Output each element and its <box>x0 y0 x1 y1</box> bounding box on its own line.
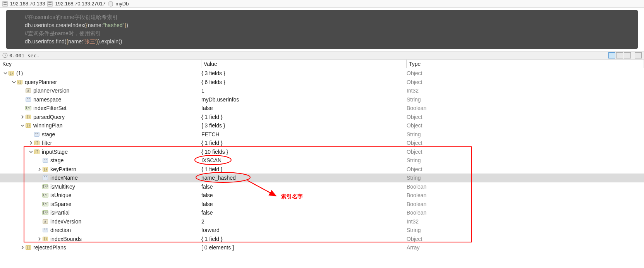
tree-row[interactable]: T/FisSparsefalseBoolean <box>0 200 644 209</box>
expander-placeholder <box>37 184 42 189</box>
expander-placeholder <box>37 228 42 232</box>
column-header-value[interactable]: Value <box>201 60 407 68</box>
tree-key-label: direction <box>50 227 71 233</box>
tree-row[interactable]: {}parsedQuery{ 1 field }Object <box>0 113 644 122</box>
tree-row[interactable]: T/FindexFilterSetfalseBoolean <box>0 104 644 113</box>
tree-row[interactable]: {}inputStage{ 10 fields }Object <box>0 148 644 156</box>
tree-key-label: parsedQuery <box>33 114 65 120</box>
tree-value: [ 0 elements ] <box>201 244 407 251</box>
view-mode-buttons <box>608 52 642 58</box>
tree-type: String <box>407 227 644 233</box>
chevron-right-icon[interactable] <box>20 245 25 250</box>
chevron-right-icon[interactable] <box>20 115 25 119</box>
bool-type-icon: T/F <box>43 193 48 198</box>
tree-row[interactable]: T/FisUniquefalseBoolean <box>0 191 644 200</box>
expander-placeholder <box>20 106 25 110</box>
bool-type-icon: T/F <box>26 106 31 110</box>
tree-row[interactable]: #indexVersion2Int32 <box>0 217 644 226</box>
tree-value: 1 <box>201 88 407 94</box>
tree-row[interactable]: ""stageIXSCANString <box>0 156 644 165</box>
tree-key-label: isUnique <box>50 192 71 198</box>
tree-key-label: stage <box>50 157 64 163</box>
tree-row[interactable]: ""namespacemyDb.userinfosString <box>0 95 644 104</box>
tree-row[interactable]: {}keyPattern{ 1 field }Object <box>0 165 644 174</box>
str-type-icon: "" <box>26 97 31 102</box>
tree-value: false <box>201 105 407 111</box>
tree-row[interactable]: T/FisPartialfalseBoolean <box>0 208 644 217</box>
expander-placeholder <box>20 88 25 93</box>
popout-button[interactable] <box>635 52 642 58</box>
tree-value: { 3 fields } <box>201 122 407 129</box>
tree-type: Object <box>407 79 644 85</box>
str-type-icon: "" <box>43 175 48 180</box>
tree-row[interactable]: ""stageFETCHString <box>0 130 644 139</box>
tree-row[interactable]: {}filter{ 1 field }Object <box>0 139 644 148</box>
tree-type: Int32 <box>407 88 644 94</box>
expander-placeholder <box>29 132 33 137</box>
tree-key-label: stage <box>42 131 55 137</box>
tree-row[interactable]: T/FisMultiKeyfalseBoolean <box>0 182 644 191</box>
tree-type: String <box>407 157 644 163</box>
tree-key-label: namespace <box>33 96 61 103</box>
str-type-icon: "" <box>43 158 48 163</box>
tree-key-label: queryPlanner <box>25 79 57 85</box>
database-icon <box>108 1 113 7</box>
bool-type-icon: T/F <box>43 202 48 206</box>
tree-value: IXSCAN <box>201 157 407 163</box>
column-header-type[interactable]: Type <box>407 60 644 68</box>
bool-type-icon: T/F <box>43 210 48 215</box>
query-editor[interactable]: //在userinfos的name字段创建哈希索引 db.userinfos.c… <box>6 10 638 49</box>
chevron-right-icon[interactable] <box>29 141 33 145</box>
tree-key-label: inputStage <box>42 149 68 155</box>
tree-value: { 6 fields } <box>201 79 407 85</box>
tree-key-label: rejectedPlans <box>33 244 66 251</box>
tree-key-label: indexFilterSet <box>33 105 67 111</box>
tree-key-label: isSparse <box>50 201 71 207</box>
tree-key-label: (1) <box>16 70 23 76</box>
breadcrumb-hostport[interactable]: 192.168.70.133:27017 <box>55 1 105 7</box>
svg-rect-2 <box>3 4 7 5</box>
tree-value: { 1 field } <box>201 114 407 120</box>
int-type-icon: # <box>26 88 31 93</box>
svg-rect-4 <box>48 2 52 3</box>
svg-rect-1 <box>3 2 7 3</box>
chevron-right-icon[interactable] <box>37 167 42 172</box>
chevron-down-icon[interactable] <box>20 123 25 128</box>
tree-key-label: keyPattern <box>50 166 76 172</box>
tree-key-label: indexVersion <box>50 218 81 225</box>
view-table-button[interactable] <box>616 52 623 58</box>
tree-type: Boolean <box>407 184 644 190</box>
breadcrumb-host[interactable]: 192.168.70.133 <box>10 1 45 7</box>
obj-type-icon: {} <box>26 115 31 119</box>
tree-row[interactable]: {}winningPlan{ 3 fields }Object <box>0 121 644 130</box>
tree-row[interactable]: {}(1){ 3 fields }Object <box>0 69 644 78</box>
tree-type: Array <box>407 244 644 251</box>
tree-type: Object <box>407 236 644 242</box>
breadcrumb-db[interactable]: myDb <box>116 1 129 7</box>
clock-icon <box>2 53 8 58</box>
tree-key-label: isPartial <box>50 210 70 216</box>
tree-row[interactable]: {}indexBounds{ 1 field }Object <box>0 235 644 244</box>
tree-row[interactable]: {}queryPlanner{ 6 fields }Object <box>0 78 644 87</box>
tree-type: Object <box>407 70 644 76</box>
tree-key-label: filter <box>42 140 52 146</box>
expander-placeholder <box>37 210 42 215</box>
column-header-key[interactable]: Key <box>0 60 201 68</box>
view-text-button[interactable] <box>624 52 631 58</box>
results-tree[interactable]: {}(1){ 3 fields }Object{}queryPlanner{ 6… <box>0 68 644 252</box>
chevron-down-icon[interactable] <box>3 71 8 76</box>
tree-row[interactable]: []rejectedPlans[ 0 elements ]Array <box>0 243 644 252</box>
tree-value: name_hashed <box>201 175 407 181</box>
obj-type-icon: {} <box>9 71 14 76</box>
tree-row[interactable]: #plannerVersion1Int32 <box>0 86 644 95</box>
chevron-down-icon[interactable] <box>29 149 33 154</box>
chevron-down-icon[interactable] <box>12 80 16 84</box>
expander-placeholder <box>37 158 42 163</box>
obj-type-icon: {} <box>43 237 48 241</box>
view-tree-button[interactable] <box>608 52 615 58</box>
tree-key-label: indexName <box>50 175 78 181</box>
expander-placeholder <box>37 202 42 206</box>
chevron-right-icon[interactable] <box>37 237 42 241</box>
tree-row[interactable]: ""directionforwardString <box>0 226 644 235</box>
tree-row[interactable]: ""indexNamename_hashedString <box>0 174 644 182</box>
